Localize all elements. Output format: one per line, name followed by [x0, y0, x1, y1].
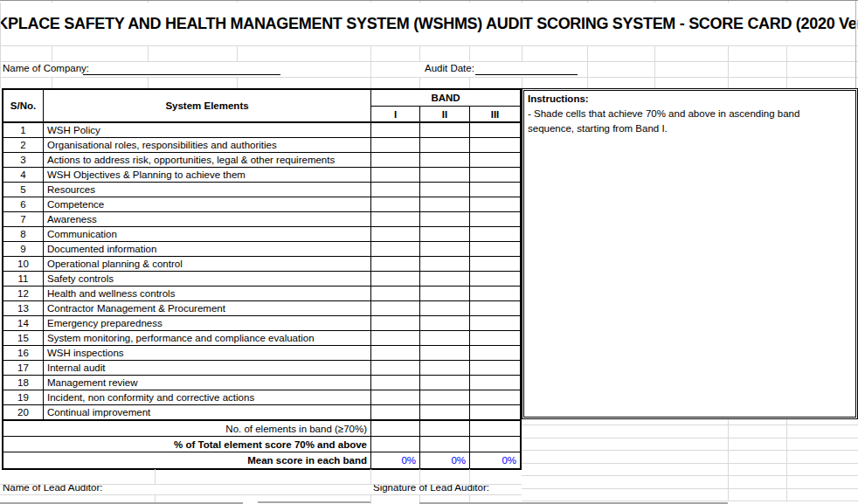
band-score-cell[interactable]: [371, 227, 420, 241]
band-score-cell[interactable]: [420, 183, 470, 197]
band-score-cell[interactable]: [420, 257, 470, 271]
system-element-label: Safety controls: [44, 272, 371, 286]
band-score-cell[interactable]: [371, 287, 420, 300]
band-score-cell[interactable]: [470, 272, 520, 286]
band-score-cell[interactable]: [470, 287, 520, 300]
band-score-cell[interactable]: [470, 168, 520, 182]
row-number: 15: [3, 331, 44, 345]
summary-band-value[interactable]: [470, 437, 520, 452]
band-score-cell[interactable]: [420, 227, 470, 241]
band-score-cell[interactable]: [470, 242, 520, 256]
company-input-line[interactable]: [83, 63, 280, 75]
band-score-cell[interactable]: [371, 153, 420, 167]
band-score-cell[interactable]: [371, 316, 420, 330]
band-score-cell[interactable]: [371, 346, 420, 360]
band-score-cell[interactable]: [371, 376, 420, 390]
table-row: 8Communication: [3, 227, 520, 242]
sheet-gridline: [654, 1, 655, 3]
summary-band-value[interactable]: [371, 437, 420, 452]
summary-band-value[interactable]: [420, 421, 470, 436]
band-score-cell[interactable]: [420, 197, 470, 211]
band-score-cell[interactable]: [470, 390, 520, 404]
sheet-gridline: [522, 425, 858, 425]
band-score-cell[interactable]: [470, 405, 520, 419]
sheet-gridline: [587, 1, 588, 3]
band-score-cell[interactable]: [420, 390, 470, 404]
band-score-cell[interactable]: [470, 316, 520, 330]
band-score-cell[interactable]: [371, 183, 420, 197]
band-score-cell[interactable]: [371, 197, 420, 211]
band-score-cell[interactable]: [470, 138, 520, 152]
band-score-cell[interactable]: [371, 390, 420, 404]
band-score-cell[interactable]: [420, 376, 470, 390]
system-element-label: Internal audit: [44, 361, 371, 375]
band-score-cell[interactable]: [420, 168, 470, 182]
row-number: 16: [3, 346, 44, 360]
audit-date-input-line[interactable]: [475, 63, 578, 75]
summary-band-value[interactable]: 0%: [371, 452, 420, 468]
summary-band-value[interactable]: [371, 421, 420, 436]
sheet-gridline: [237, 1, 238, 3]
band-score-cell[interactable]: [470, 153, 520, 167]
band-score-cell[interactable]: [470, 212, 520, 226]
band-score-cell[interactable]: [420, 316, 470, 330]
band-score-cell[interactable]: [470, 123, 520, 137]
band-score-cell[interactable]: [420, 138, 470, 152]
system-element-label: Health and wellness controls: [44, 287, 371, 300]
band-score-cell[interactable]: [420, 123, 470, 137]
band-score-cell[interactable]: [420, 212, 470, 226]
band-score-cell[interactable]: [371, 361, 420, 375]
band-score-cell[interactable]: [371, 212, 420, 226]
band-score-cell[interactable]: [371, 405, 420, 419]
summary-band-value[interactable]: [470, 421, 520, 436]
sheet-gridline: [522, 501, 858, 501]
band-score-cell[interactable]: [371, 168, 420, 182]
band-score-cell[interactable]: [371, 257, 420, 271]
band-score-cell[interactable]: [371, 242, 420, 256]
sheet-gridline: [0, 494, 522, 495]
system-element-label: Organisational roles, responsibilities a…: [44, 138, 371, 152]
instructions-heading: Instructions:: [528, 92, 852, 107]
sheet-gridline: [728, 61, 729, 77]
sheet-gridline: [419, 77, 420, 88]
row-number: 10: [3, 257, 44, 271]
band-score-cell[interactable]: [470, 361, 520, 375]
instructions-box: Instructions: - Shade cells that achieve…: [522, 88, 858, 419]
sheet-gridline: [0, 484, 522, 485]
band-score-cell[interactable]: [420, 301, 470, 315]
sheet-gridline: [522, 488, 858, 489]
summary-band-value[interactable]: [420, 437, 470, 452]
header-band-group: BAND I II III: [371, 90, 520, 121]
summary-label: % of Total element score 70% and above: [3, 437, 371, 452]
band-score-cell[interactable]: [470, 183, 520, 197]
band-score-cell[interactable]: [371, 331, 420, 345]
band-score-cell[interactable]: [470, 197, 520, 211]
band-score-cell[interactable]: [470, 376, 520, 390]
band-score-cell[interactable]: [420, 361, 470, 375]
summary-label: Mean score in each band: [3, 452, 371, 468]
row-number: 4: [3, 168, 44, 182]
page-break-bar: [258, 501, 370, 503]
band-score-cell[interactable]: [420, 272, 470, 286]
band-score-cell[interactable]: [420, 153, 470, 167]
band-score-cell[interactable]: [420, 287, 470, 300]
table-row: 1WSH Policy: [3, 123, 520, 138]
band-score-cell[interactable]: [420, 242, 470, 256]
band-score-cell[interactable]: [470, 346, 520, 360]
summary-band-value[interactable]: 0%: [470, 452, 520, 468]
band-score-cell[interactable]: [470, 301, 520, 315]
system-element-label: Incident, non conformity and corrective …: [44, 390, 371, 404]
band-score-cell[interactable]: [470, 227, 520, 241]
summary-band-value[interactable]: 0%: [420, 452, 470, 468]
band-score-cell[interactable]: [470, 257, 520, 271]
band-score-cell[interactable]: [371, 123, 420, 137]
band-score-cell[interactable]: [420, 405, 470, 419]
band-score-cell[interactable]: [470, 331, 520, 345]
band-score-cell[interactable]: [371, 301, 420, 315]
table-row: 10Operational planning & control: [3, 257, 520, 272]
band-score-cell[interactable]: [420, 346, 470, 360]
band-score-cell[interactable]: [420, 331, 470, 345]
band-score-cell[interactable]: [371, 272, 420, 286]
row-number: 19: [3, 390, 44, 404]
band-score-cell[interactable]: [371, 138, 420, 152]
